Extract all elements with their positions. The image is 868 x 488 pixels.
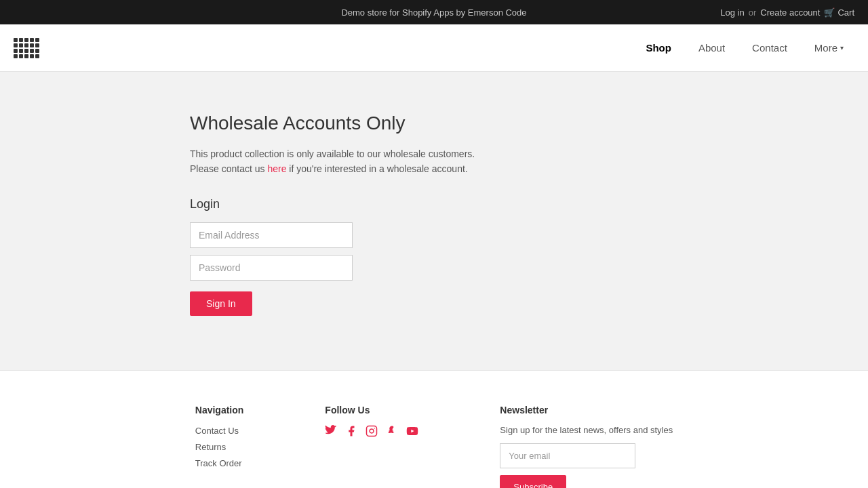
nav-shop[interactable]: Shop: [635, 37, 682, 59]
nav-more-button[interactable]: More ▾: [804, 37, 854, 59]
main-content: Wholesale Accounts Only This product col…: [0, 72, 868, 370]
or-separator: or: [749, 7, 757, 18]
chevron-down-icon: ▾: [840, 44, 844, 52]
footer-returns-link[interactable]: Returns: [195, 442, 226, 452]
footer-nav-heading: Navigation: [195, 405, 244, 415]
description-part3: if you're interested in a wholesale acco…: [286, 163, 467, 174]
contact-here-link[interactable]: here: [267, 163, 286, 174]
cart-icon: 🛒: [824, 7, 835, 18]
page-title: Wholesale Accounts Only: [190, 113, 678, 134]
cart-link[interactable]: 🛒 Cart: [824, 7, 854, 18]
twitter-icon[interactable]: [325, 425, 337, 441]
instagram-icon[interactable]: [366, 425, 378, 441]
newsletter-description: Sign up for the latest news, offers and …: [500, 425, 673, 435]
footer-nav-list: Contact Us Returns Track Order: [195, 425, 244, 468]
main-nav: Shop About Contact More ▾: [635, 37, 854, 59]
login-heading: Login: [190, 197, 678, 211]
nav-about[interactable]: About: [688, 37, 736, 59]
subscribe-button[interactable]: Subscribe: [500, 475, 566, 488]
nav-contact[interactable]: Contact: [741, 37, 798, 59]
footer-follow-col: Follow Us: [325, 405, 418, 488]
page-description: This product collection is only availabl…: [190, 146, 678, 177]
sign-in-button[interactable]: Sign In: [190, 291, 252, 316]
more-label: More: [814, 42, 837, 54]
top-bar: Demo store for Shopify Apps by Emerson C…: [0, 0, 868, 24]
footer-navigation-col: Navigation Contact Us Returns Track Orde…: [195, 405, 244, 488]
email-field[interactable]: [190, 222, 353, 248]
list-item: Returns: [195, 441, 244, 452]
description-part1: This product collection is only availabl…: [190, 148, 475, 159]
description-part2: Please contact us: [190, 163, 267, 174]
list-item: Track Order: [195, 458, 244, 468]
list-item: Contact Us: [195, 425, 244, 436]
svg-rect-0: [367, 426, 377, 436]
logo-link[interactable]: [14, 38, 39, 58]
footer-contact-us-link[interactable]: Contact Us: [195, 426, 239, 436]
footer-newsletter-col: Newsletter Sign up for the latest news, …: [500, 405, 673, 488]
cart-label: Cart: [837, 7, 854, 18]
footer-track-order-link[interactable]: Track Order: [195, 458, 242, 468]
logo: [14, 38, 39, 58]
footer-columns: Navigation Contact Us Returns Track Orde…: [14, 405, 854, 488]
newsletter-email-input[interactable]: [500, 443, 635, 468]
footer-follow-heading: Follow Us: [325, 405, 418, 415]
top-bar-actions: Log in or Create account 🛒 Cart: [720, 7, 854, 18]
facebook-icon[interactable]: [345, 425, 357, 441]
password-field[interactable]: [190, 255, 353, 281]
youtube-icon[interactable]: [406, 425, 418, 441]
site-footer: Navigation Contact Us Returns Track Orde…: [0, 370, 868, 488]
snapchat-icon[interactable]: [386, 425, 398, 441]
social-icons: [325, 425, 418, 441]
login-section: Login Sign In: [190, 197, 678, 316]
create-account-link[interactable]: Create account: [760, 7, 820, 18]
site-header: Shop About Contact More ▾: [0, 24, 868, 72]
login-link[interactable]: Log in: [720, 7, 744, 18]
footer-newsletter-heading: Newsletter: [500, 405, 673, 415]
announcement-text: Demo store for Shopify Apps by Emerson C…: [341, 7, 526, 18]
